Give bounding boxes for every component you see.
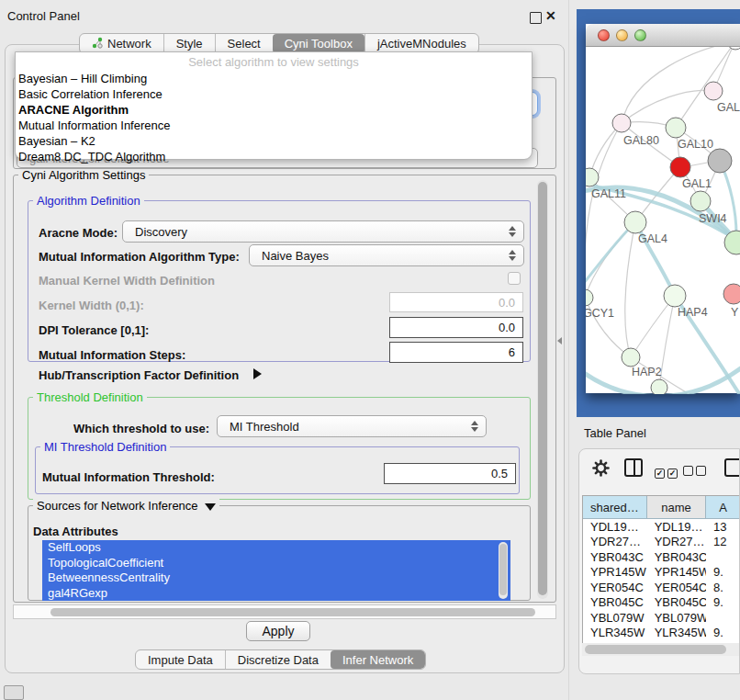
new-table-icon[interactable] [724,458,740,477]
table-row[interactable]: YPR145WYPR145W9. [583,565,740,581]
mi-type-select[interactable]: Naive Bayes [249,244,524,266]
settings-vscrollbar[interactable] [537,180,548,599]
network-canvas[interactable]: GALGAL80GAL10GAL1GAL11SWI4GAL4GCY1HAP4YH… [586,47,740,394]
table-cell: YER054C [647,581,706,594]
tab-label: jActiveMNodules [377,37,466,51]
gear-icon[interactable] [592,459,610,480]
network-node-SWI4[interactable] [690,191,711,211]
control-panel-title: Control Panel [7,9,80,23]
table-row[interactable]: YBL079WYBL079W [583,610,740,626]
dpi-tolerance-field[interactable]: 0.0 [389,317,523,338]
dropdown-placeholder: Select algorithm to view settings [16,52,532,71]
attribute-item-betweennesscentrality[interactable]: BetweennessCentrality [42,570,510,586]
network-node-gray-node[interactable] [708,149,732,173]
algorithm-dropdown-popup: Select algorithm to view settings Bayesi… [15,51,533,160]
algorithm-option-mutual-information-inference[interactable]: Mutual Information Inference [16,118,532,133]
tab-cyni-toolbox[interactable]: Cyni Toolbox [273,34,364,53]
tab-style[interactable]: Style [163,34,215,53]
network-node-HAP2[interactable] [622,348,640,367]
tab-network[interactable]: Network [80,34,163,53]
combo-arrows-icon [509,250,516,261]
tab-impute-data[interactable]: Impute Data [136,650,225,669]
dpi-tolerance-label: DPI Tolerance [0,1]: [39,323,149,337]
table-hscrollbar[interactable] [582,643,740,656]
column-header-shared-[interactable]: shared… [583,496,647,519]
network-node-GAL10[interactable] [666,118,686,138]
table-cell: 8. [706,581,740,594]
mi-steps-field[interactable]: 6 [389,342,523,363]
network-node-GAL1[interactable] [670,157,690,177]
table-cell: YBL079W [647,611,706,625]
tab-label: Impute Data [148,653,213,667]
collapsed-panel-icon[interactable] [4,685,24,700]
network-edge [625,222,635,357]
combo-arrows-icon [509,226,516,237]
mi-steps-label: Mutual Information Steps: [39,348,185,362]
table-row[interactable]: YBR045CYBR045C9. [583,595,740,611]
attributes-vscrollbar[interactable] [499,542,508,599]
network-node-gal-top[interactable] [704,82,723,100]
table-cell: YLR345W [647,626,706,639]
expand-right-icon[interactable] [253,368,262,379]
table-body: YDL19…YDL19…13YDR27…YDR27…12YBR043CYBR04… [583,519,740,644]
which-threshold-select[interactable]: MI Threshold [217,415,487,437]
collapse-down-icon[interactable] [205,503,216,511]
close-panel-icon[interactable]: ✕ [545,8,556,23]
network-node-top-partial[interactable] [727,47,740,50]
which-threshold-label: Which threshold to use: [73,422,209,435]
network-node-GAL80[interactable] [612,114,631,132]
network-node-GAL4[interactable] [624,211,646,233]
column-header-name[interactable]: name [647,496,706,519]
table-panel-card: ✓✓ shared…nameA YDL19…YDL19…13YDR27…YDR2… [578,448,740,674]
mi-threshold-field[interactable]: 0.5 [384,463,516,484]
tab-infer-network[interactable]: Infer Network [331,650,425,669]
network-node-HAP4[interactable] [664,285,686,307]
float-window-icon[interactable] [530,12,542,24]
settings-hscrollbar[interactable] [13,604,556,619]
algorithm-option-basic-correlation-inference[interactable]: Basic Correlation Inference [16,86,532,102]
attribute-item-gal4rgexp[interactable]: gal4RGexp [42,586,510,602]
table-row[interactable]: YDR27…YDR27…12 [583,535,740,550]
table-row[interactable]: YER054CYER054C8. [583,580,740,595]
select-all-columns-icon[interactable]: ✓✓ [655,463,678,480]
algorithm-option-bayesian-k2[interactable]: Bayesian – K2 [16,133,532,149]
table-row[interactable]: YDL19…YDL19…13 [583,519,740,535]
splitter-handle[interactable] [557,337,562,344]
node-label-GAL10: GAL10 [678,138,713,151]
node-label-GAL4: GAL4 [638,232,667,245]
table-header-row: shared…nameA [583,496,740,519]
minimize-window-icon[interactable] [616,29,628,41]
close-window-icon[interactable] [598,29,610,41]
hub-section-label: Hub/Transcription Factor Definition [39,368,239,382]
zoom-window-icon[interactable] [634,29,646,41]
table-cell: YBR043C [583,550,647,564]
tab-label: Infer Network [342,653,413,667]
tab-discretize-data[interactable]: Discretize Data [225,650,331,669]
attribute-item-topologicalcoefficient[interactable]: TopologicalCoefficient [42,556,510,571]
node-table: shared…nameA YDL19…YDL19…13YDR27…YDR27…1… [582,495,740,644]
network-node-salmon-node[interactable] [723,284,740,304]
kernel-width-field[interactable]: 0.0 [389,292,523,312]
tab-select[interactable]: Select [215,34,273,53]
node-label-GAL1: GAL1 [682,177,712,190]
algorithm-option-bayesian-hill-climbing[interactable]: Bayesian – Hill Climbing [16,71,532,86]
table-cell: YPR145W [583,565,647,579]
apply-button[interactable]: Apply [246,621,310,641]
attribute-item-selfloops[interactable]: SelfLoops [42,540,510,556]
column-header-a[interactable]: A [706,496,740,519]
network-node-GCY1[interactable] [586,289,593,306]
manual-kernel-checkbox[interactable] [508,272,521,285]
network-node-bottom-green[interactable] [651,379,667,394]
network-node-GAL11[interactable] [586,168,599,186]
algorithm-option-aracne-algorithm[interactable]: ARACNE Algorithm [16,102,532,118]
split-columns-icon[interactable] [624,458,643,477]
deselect-all-columns-icon[interactable] [683,463,706,480]
aracne-mode-select[interactable]: Discovery [122,220,524,243]
table-row[interactable]: YBR043CYBR043C [583,549,740,565]
tab-label: Cyni Toolbox [285,37,353,51]
tab-jactivemnodules[interactable]: jActiveMNodules [364,34,478,53]
sources-title: Sources for Network Inference [33,499,219,513]
tab-label: Network [107,37,151,51]
table-row[interactable]: YLR345WYLR345W9. [583,626,740,641]
algorithm-option-dream8-dc-tdc-algorithm[interactable]: Dream8 DC_TDC Algorithm [16,149,532,164]
